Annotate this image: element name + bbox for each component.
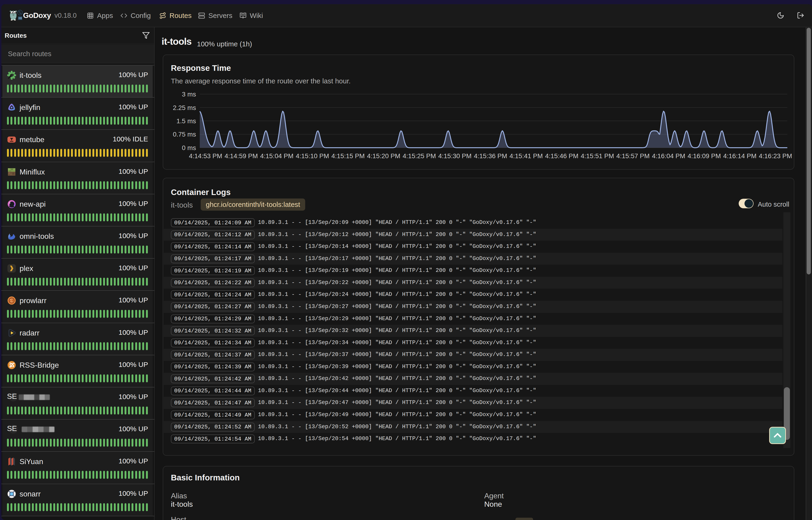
svg-text:4:15:41 PM: 4:15:41 PM (509, 152, 543, 160)
svg-text:3 ms: 3 ms (182, 90, 196, 98)
svg-text:1.5 ms: 1.5 ms (176, 118, 196, 125)
svg-text:4:15:20 PM: 4:15:20 PM (367, 152, 400, 160)
svg-text:4:15:46 PM: 4:15:46 PM (545, 152, 578, 160)
svg-text:4:14:59 PM: 4:14:59 PM (224, 152, 258, 160)
svg-text:4:15:15 PM: 4:15:15 PM (331, 152, 365, 160)
svg-text:4:16:04 PM: 4:16:04 PM (652, 152, 685, 160)
svg-text:4:15:25 PM: 4:15:25 PM (402, 152, 436, 160)
svg-text:4:14:53 PM: 4:14:53 PM (189, 152, 222, 160)
svg-text:4:16:14 PM: 4:16:14 PM (723, 152, 756, 160)
svg-text:4:15:10 PM: 4:15:10 PM (296, 152, 329, 160)
svg-text:4:15:36 PM: 4:15:36 PM (474, 152, 507, 160)
svg-text:2.25 ms: 2.25 ms (173, 104, 196, 111)
svg-text:4:15:57 PM: 4:15:57 PM (616, 152, 649, 160)
svg-text:4:15:04 PM: 4:15:04 PM (260, 152, 293, 160)
svg-text:4:16:09 PM: 4:16:09 PM (688, 152, 721, 160)
svg-text:4:15:51 PM: 4:15:51 PM (581, 152, 614, 160)
svg-text:4:15:30 PM: 4:15:30 PM (438, 152, 471, 160)
svg-text:0.75 ms: 0.75 ms (173, 131, 196, 138)
svg-text:4:16:23 PM: 4:16:23 PM (759, 152, 792, 160)
svg-text:0 ms: 0 ms (182, 144, 196, 151)
